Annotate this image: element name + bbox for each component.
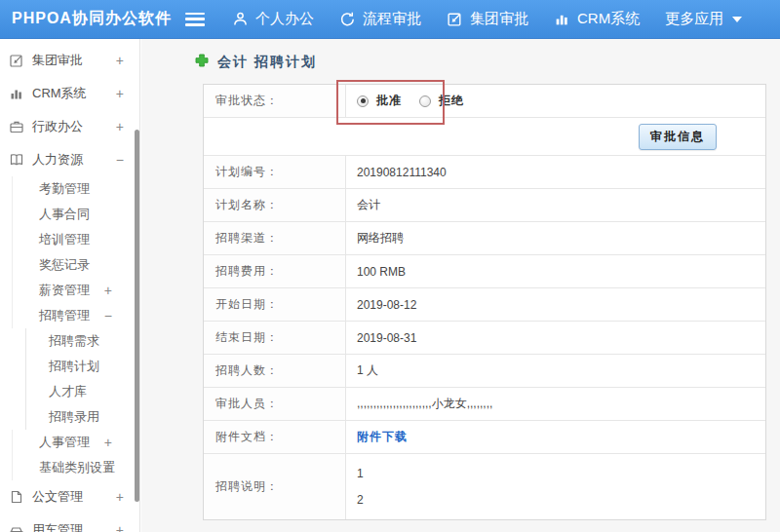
row-recruit-cost: 招聘费用： 100 RMB	[204, 254, 765, 287]
sidebar-item-recruit-mgmt[interactable]: 招聘管理 −	[12, 303, 139, 328]
top-navigation-bar: PHPOA协同办公软件 个人办公 流程审批	[0, 0, 780, 39]
row-start-date: 开始日期： 2019-08-12	[204, 287, 765, 321]
row-approvers: 审批人员： ,,,,,,,,,,,,,,,,,,,,,,,小龙女,,,,,,,,	[204, 387, 765, 420]
expand-toggle[interactable]: +	[116, 522, 124, 532]
field-value: 100 RMB	[346, 255, 765, 287]
sidebar-item-label: 考勤管理	[39, 180, 90, 198]
field-label: 审批人员：	[204, 388, 346, 420]
chart-icon	[9, 86, 25, 102]
car-icon	[9, 522, 25, 532]
sidebar-item-label: 人事合同	[39, 206, 90, 223]
radio-reject[interactable]	[419, 95, 431, 107]
sidebar-item-label: 人才库	[49, 383, 87, 400]
row-approval-status: 审批状态： 批准 拒绝	[204, 85, 765, 117]
chart-icon	[554, 11, 570, 27]
sidebar-item-label: 行政办公	[32, 118, 83, 135]
sidebar-item-label: 人事管理	[39, 434, 90, 451]
recruit-plan-form: 审批状态： 批准 拒绝 审批信息 计划编号： 20190812111340	[203, 84, 766, 520]
field-value: 会计	[346, 189, 765, 221]
field-label: 附件文档：	[204, 421, 346, 453]
sidebar-item-label: 招聘录用	[49, 408, 99, 426]
sidebar-item-group-approval[interactable]: 集团审批 +	[0, 44, 139, 77]
nav-item-workflow-approval[interactable]: 流程审批	[339, 10, 421, 28]
row-approve-action: 审批信息	[204, 117, 765, 155]
sidebar-item-reward-punishment[interactable]: 奖惩记录	[12, 252, 139, 278]
nav-label: 集团审批	[470, 10, 528, 28]
radio-approve-label[interactable]: 批准	[376, 93, 402, 109]
sidebar-item-salary-mgmt[interactable]: 薪资管理 +	[12, 278, 139, 303]
attachment-download-link[interactable]: 附件下载	[357, 429, 408, 445]
menu-icon[interactable]	[185, 13, 205, 26]
nav-label: 更多应用	[665, 10, 723, 28]
approval-status-radio-group: 批准 拒绝	[357, 93, 474, 109]
plus-icon	[195, 54, 209, 71]
radio-approve[interactable]	[357, 95, 369, 107]
sidebar-item-label: CRM系统	[32, 85, 87, 102]
expand-toggle[interactable]: +	[104, 435, 112, 450]
sidebar-item-crm-system[interactable]: CRM系统 +	[0, 77, 139, 110]
field-label: 审批状态：	[204, 85, 346, 117]
sidebar-item-label: 集团审批	[32, 52, 83, 69]
sidebar-item-label: 招聘计划	[49, 358, 99, 375]
nav-item-crm-system[interactable]: CRM系统	[554, 10, 640, 28]
sidebar-item-label: 招聘管理	[39, 307, 90, 324]
edit-icon	[9, 53, 25, 69]
expand-toggle[interactable]: +	[116, 119, 124, 134]
field-value: 20190812111340	[346, 156, 765, 188]
sidebar-item-label: 用车管理	[32, 521, 83, 532]
caret-down-icon[interactable]	[732, 17, 742, 22]
nav-label: 个人办公	[255, 10, 314, 28]
sidebar-item-personnel-mgmt[interactable]: 人事管理 +	[12, 430, 139, 455]
nav-label: CRM系统	[577, 10, 640, 28]
field-value: 2019-08-31	[346, 322, 765, 354]
sidebar-item-training-mgmt[interactable]: 培训管理	[12, 227, 139, 252]
main-content: 会计 招聘计划 审批状态： 批准 拒绝 审批信息 计	[141, 39, 780, 532]
sidebar-item-label: 招聘需求	[49, 332, 99, 350]
field-label: 招聘渠道：	[204, 222, 346, 254]
row-recruit-channel: 招聘渠道： 网络招聘	[204, 221, 765, 254]
book-icon	[9, 152, 25, 169]
nav-item-group-approval[interactable]: 集团审批	[447, 10, 528, 28]
nav-item-more-apps[interactable]: 更多应用	[665, 10, 742, 28]
field-label: 招聘人数：	[204, 355, 346, 387]
sidebar-item-admin-office[interactable]: 行政办公 +	[0, 110, 139, 143]
row-plan-name: 计划名称： 会计	[204, 188, 765, 221]
top-nav: 个人办公 流程审批 集团审批	[232, 10, 742, 28]
sidebar-item-recruit-demand[interactable]: 招聘需求	[25, 328, 139, 354]
sidebar-item-recruit-hire[interactable]: 招聘录用	[25, 404, 139, 430]
field-value: 1 2	[346, 454, 765, 519]
field-label: 开始日期：	[204, 288, 346, 321]
expand-toggle[interactable]: +	[116, 489, 124, 505]
sidebar-item-attendance-mgmt[interactable]: 考勤管理	[12, 176, 139, 202]
field-label: 结束日期：	[204, 322, 346, 354]
expand-toggle[interactable]: +	[104, 460, 112, 475]
sidebar: 集团审批 + CRM系统 + 行政办公 +	[0, 39, 140, 532]
sidebar-item-hr-contract[interactable]: 人事合同	[12, 202, 139, 227]
row-plan-number: 计划编号： 20190812111340	[204, 155, 765, 188]
sidebar-item-recruit-plan[interactable]: 招聘计划	[25, 354, 139, 379]
sidebar-item-human-resources[interactable]: 人力资源 −	[0, 143, 139, 176]
approve-info-button[interactable]: 审批信息	[639, 124, 717, 150]
field-value: ,,,,,,,,,,,,,,,,,,,,,,,小龙女,,,,,,,,	[346, 388, 765, 420]
expand-toggle[interactable]: +	[104, 283, 112, 298]
sidebar-item-talent-pool[interactable]: 人才库	[25, 379, 139, 404]
row-end-date: 结束日期： 2019-08-31	[204, 321, 765, 354]
row-attachment: 附件文档： 附件下载	[204, 420, 765, 453]
edit-icon	[447, 11, 463, 27]
page-title-row: 会计 招聘计划	[195, 53, 317, 72]
page-title: 会计 招聘计划	[217, 54, 317, 71]
expand-toggle[interactable]: +	[116, 53, 124, 68]
collapse-toggle[interactable]: −	[116, 152, 124, 168]
nav-item-personal-office[interactable]: 个人办公	[232, 10, 314, 28]
sidebar-scrollbar[interactable]	[135, 130, 139, 502]
expand-toggle[interactable]: +	[116, 86, 124, 101]
sidebar-item-vehicle-mgmt[interactable]: 用车管理 +	[0, 513, 139, 532]
briefcase-icon	[9, 119, 25, 135]
radio-reject-label[interactable]: 拒绝	[439, 93, 464, 109]
app-window: PHPOA协同办公软件 个人办公 流程审批	[0, 0, 780, 532]
sidebar-item-document-mgmt[interactable]: 公文管理 +	[0, 480, 139, 513]
field-value: 2019-08-12	[346, 288, 765, 321]
user-icon	[232, 11, 249, 27]
sidebar-item-base-category-settings[interactable]: 基础类别设置 +	[12, 455, 139, 480]
collapse-toggle[interactable]: −	[104, 308, 112, 323]
